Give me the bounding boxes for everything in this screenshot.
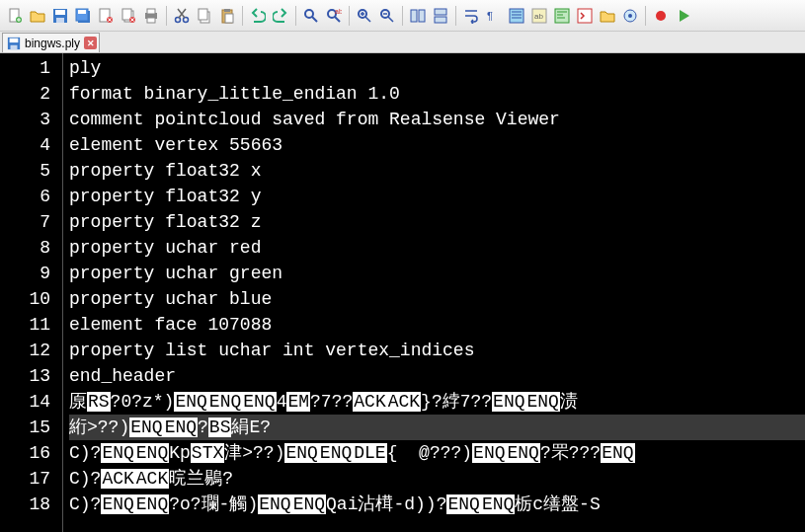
tab-filename: bingws.ply xyxy=(25,37,80,50)
code-line[interactable]: property uchar red xyxy=(69,235,805,261)
code-line[interactable]: property uchar blue xyxy=(69,286,805,312)
line-number: 5 xyxy=(0,158,50,184)
code-line[interactable]: property float32 z xyxy=(69,209,805,235)
svg-text:ab: ab xyxy=(335,8,342,15)
folder-icon[interactable] xyxy=(597,5,618,27)
language-icon[interactable]: ab xyxy=(528,5,550,27)
toolbar: ab¶ab xyxy=(0,0,805,32)
close-file-icon[interactable] xyxy=(95,5,117,27)
svg-rect-30 xyxy=(435,9,446,15)
code-line[interactable]: format binary_little_endian 1.0 xyxy=(69,81,805,107)
sync-scroll-icon[interactable] xyxy=(407,5,429,27)
svg-point-39 xyxy=(628,14,632,18)
code-line[interactable]: 絎>??)ENQENQ?BS絹E? xyxy=(69,415,805,440)
editor[interactable]: 123456789101112131415161718 plyformat bi… xyxy=(0,53,805,532)
line-number: 13 xyxy=(0,363,50,389)
svg-text:ab: ab xyxy=(534,12,543,21)
file-tab[interactable]: bingws.ply ✕ xyxy=(2,33,100,52)
svg-rect-14 xyxy=(147,9,155,14)
copy-icon[interactable] xyxy=(194,5,215,27)
svg-rect-21 xyxy=(224,9,230,12)
line-number: 18 xyxy=(0,492,50,517)
zoom-in-icon[interactable] xyxy=(354,5,375,27)
code-line[interactable]: 厡RS?0?z*)ENQENQENQ4EM?7??ACKACK}?綍7??ENQ… xyxy=(69,389,805,415)
line-number: 16 xyxy=(0,440,50,466)
line-number: 1 xyxy=(0,55,50,81)
cut-icon[interactable] xyxy=(171,5,193,27)
line-number: 9 xyxy=(0,261,50,286)
line-number: 2 xyxy=(0,81,50,107)
code-line[interactable]: end_header xyxy=(69,363,805,389)
code-line[interactable]: property float32 y xyxy=(69,184,805,209)
zoom-out-icon[interactable] xyxy=(376,5,398,27)
wrap-icon[interactable] xyxy=(460,5,482,27)
code-area[interactable]: plyformat binary_little_endian 1.0commen… xyxy=(63,53,805,532)
svg-rect-15 xyxy=(147,18,155,23)
line-number: 10 xyxy=(0,286,50,312)
code-line[interactable]: property float32 x xyxy=(69,158,805,184)
function-list-icon[interactable] xyxy=(574,5,596,27)
line-number: 6 xyxy=(0,184,50,209)
save-all-icon[interactable] xyxy=(72,5,94,27)
sync-scroll-v-icon[interactable] xyxy=(430,5,451,27)
svg-point-40 xyxy=(656,11,666,21)
save-icon[interactable] xyxy=(49,5,71,27)
svg-rect-29 xyxy=(419,10,425,22)
svg-text:¶: ¶ xyxy=(487,10,493,22)
code-line[interactable]: property list uchar int vertex_indices xyxy=(69,338,805,363)
code-line[interactable]: property uchar green xyxy=(69,261,805,286)
line-number: 15 xyxy=(0,415,50,440)
doc-map-icon[interactable] xyxy=(551,5,573,27)
line-number: 17 xyxy=(0,466,50,492)
line-number: 4 xyxy=(0,132,50,158)
svg-rect-3 xyxy=(55,10,65,15)
line-number: 11 xyxy=(0,312,50,338)
svg-rect-28 xyxy=(411,10,417,22)
code-line[interactable]: comment pointcloud saved from Realsense … xyxy=(69,107,805,132)
svg-rect-31 xyxy=(435,17,446,23)
redo-icon[interactable] xyxy=(270,5,291,27)
code-line[interactable]: C)?ENQENQKpSTX津>??)ENQENQDLE{ @???)ENQEN… xyxy=(69,440,805,466)
find-icon[interactable] xyxy=(300,5,322,27)
close-icon[interactable]: ✕ xyxy=(84,37,97,49)
code-line[interactable]: element face 107088 xyxy=(69,312,805,338)
paste-icon[interactable] xyxy=(216,5,238,27)
code-line[interactable]: C)?ACKACK晥兰鶍? xyxy=(69,466,805,492)
line-number: 7 xyxy=(0,209,50,235)
svg-rect-36 xyxy=(555,9,569,23)
svg-rect-22 xyxy=(225,14,233,23)
line-number: 14 xyxy=(0,389,50,415)
svg-rect-4 xyxy=(56,18,64,23)
close-all-icon[interactable] xyxy=(118,5,139,27)
monitor-icon[interactable] xyxy=(619,5,641,27)
tab-bar: bingws.ply ✕ xyxy=(0,32,805,53)
code-line[interactable]: ply xyxy=(69,55,805,81)
record-macro-icon[interactable] xyxy=(650,5,672,27)
line-number: 3 xyxy=(0,107,50,132)
svg-rect-43 xyxy=(11,44,18,48)
svg-point-23 xyxy=(305,10,313,18)
print-icon[interactable] xyxy=(140,5,162,27)
play-macro-icon[interactable] xyxy=(673,5,694,27)
gutter: 123456789101112131415161718 xyxy=(0,53,63,532)
replace-icon[interactable]: ab xyxy=(323,5,345,27)
svg-rect-42 xyxy=(10,38,19,41)
new-file-icon[interactable] xyxy=(4,5,26,27)
svg-rect-33 xyxy=(510,9,523,23)
show-invisible-icon[interactable]: ¶ xyxy=(483,5,505,27)
code-line[interactable]: C)?ENQENQ?o?瓓-觸)ENQENQQai沾榵-d))?ENQENQ栃c… xyxy=(69,492,805,517)
undo-icon[interactable] xyxy=(247,5,269,27)
line-number: 12 xyxy=(0,338,50,363)
indent-guide-icon[interactable] xyxy=(506,5,527,27)
svg-rect-7 xyxy=(78,10,86,14)
open-file-icon[interactable] xyxy=(27,5,48,27)
save-icon xyxy=(7,37,21,50)
svg-rect-19 xyxy=(199,9,207,20)
code-line[interactable]: element vertex 55663 xyxy=(69,132,805,158)
line-number: 8 xyxy=(0,235,50,261)
